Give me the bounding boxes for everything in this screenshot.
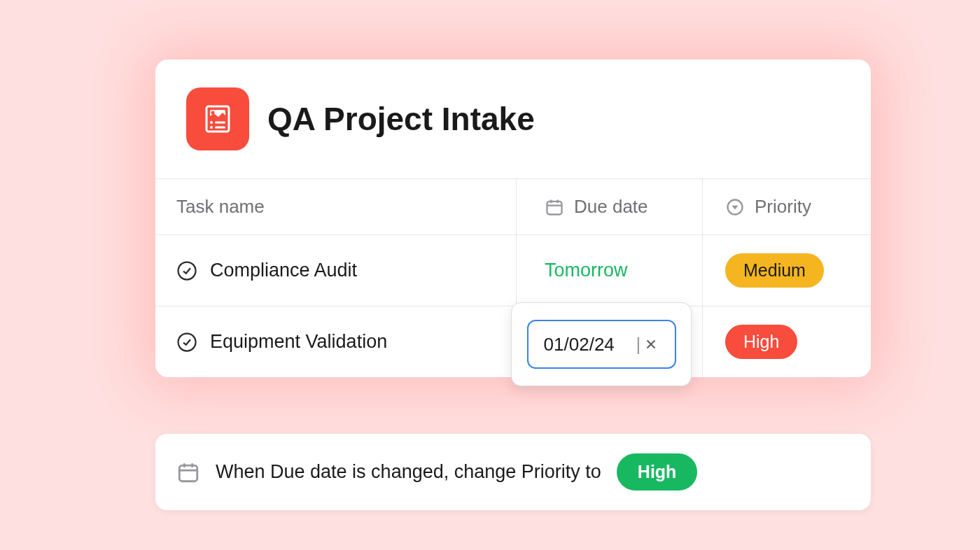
calendar-icon (176, 460, 200, 484)
svg-rect-7 (215, 127, 225, 129)
column-label-priority: Priority (755, 196, 811, 218)
check-circle-icon[interactable] (176, 260, 197, 281)
priority-cell[interactable]: Medium (703, 235, 871, 306)
text-cursor: | (636, 334, 641, 355)
calendar-icon (545, 197, 564, 217)
card-header: QA Project Intake (155, 59, 871, 178)
due-date-value: Tomorrow (545, 260, 628, 281)
table-header: Task name Due date Priority (155, 178, 871, 235)
priority-badge-high[interactable]: High (725, 325, 797, 359)
column-header-priority[interactable]: Priority (703, 179, 871, 234)
task-cell[interactable]: Compliance Audit (155, 235, 517, 306)
date-input[interactable] (544, 334, 634, 355)
task-cell[interactable]: Equipment Validation (155, 306, 517, 377)
rule-priority-badge[interactable]: High (617, 453, 698, 491)
svg-point-6 (210, 126, 213, 129)
svg-rect-18 (179, 465, 197, 481)
svg-marker-13 (732, 205, 738, 209)
priority-badge-medium[interactable]: Medium (725, 253, 824, 288)
svg-point-4 (210, 121, 213, 124)
date-input-container[interactable]: | (527, 320, 676, 369)
table-row[interactable]: Equipment Validation | High (155, 306, 871, 377)
dropdown-circle-icon (725, 197, 745, 217)
rule-text: When Due date is changed, change Priorit… (216, 461, 601, 483)
due-cell[interactable]: Tomorrow (517, 235, 703, 306)
project-card: QA Project Intake Task name Due date (155, 59, 871, 377)
date-picker-popover: | (511, 302, 692, 386)
svg-rect-5 (215, 122, 225, 124)
project-title: QA Project Intake (267, 100, 535, 138)
column-label-task: Task name (176, 196, 265, 218)
table-row[interactable]: Compliance Audit Tomorrow Medium (155, 235, 871, 306)
check-circle-icon[interactable] (176, 332, 197, 353)
task-name: Compliance Audit (210, 260, 357, 281)
column-label-due: Due date (574, 196, 648, 218)
svg-point-15 (178, 333, 196, 351)
svg-point-14 (178, 262, 196, 279)
column-header-task[interactable]: Task name (155, 179, 517, 234)
priority-cell[interactable]: High (703, 306, 871, 377)
project-icon (186, 87, 249, 150)
svg-rect-8 (547, 201, 562, 214)
clear-icon[interactable] (643, 337, 659, 352)
automation-rule-card[interactable]: When Due date is changed, change Priorit… (155, 434, 871, 510)
due-cell[interactable]: | (517, 306, 703, 377)
task-name: Equipment Validation (210, 331, 387, 353)
column-header-due[interactable]: Due date (517, 179, 703, 234)
